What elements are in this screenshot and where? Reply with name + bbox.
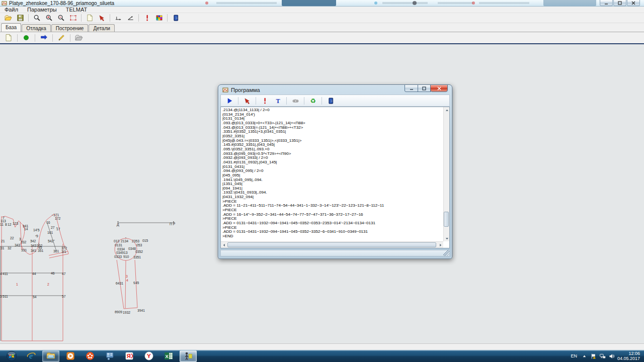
background-tab-ghost [374,2,377,5]
horizontal-scroll-thumb[interactable] [227,242,436,247]
toolbar-exit-door-button[interactable] [170,14,182,23]
tab-toolbar-pencil-button[interactable] [55,33,68,43]
program-exclamation-button[interactable] [258,96,271,106]
toolbar-separator [304,97,304,105]
resize-grip[interactable] [443,250,449,256]
grey-folder-icon [75,34,83,42]
taskbar-telmat-app-button[interactable] [180,350,197,362]
toolbar-open-folder-button[interactable] [2,14,14,23]
menu-item-1[interactable]: Файл [0,7,23,13]
taskbar-yandex-circle-button[interactable]: Y [140,350,157,362]
taskbar: eЯYX EN 12:06 04.05.2017 [0,350,644,362]
taskbar-ie-button[interactable]: e [23,350,40,362]
svg-text:♻: ♻ [310,97,315,105]
tab-toolbar-grey-folder-button[interactable] [72,33,86,43]
program-close-button[interactable] [430,84,448,92]
svg-text:T: T [276,97,280,104]
close-button[interactable] [627,0,640,6]
toolbar-separator [321,97,322,105]
maximize-button[interactable] [613,0,626,6]
toolbar-separator [238,97,238,105]
toolbar-red-arrow-button[interactable] [96,14,108,23]
toolbar-separator [28,14,29,22]
program-run-button[interactable] [223,96,236,106]
program-recycle-button[interactable]: ♻ [306,96,319,106]
red-arrow-icon [244,97,251,105]
toolbar-exclamation-button[interactable] [141,14,153,23]
toolbar-line-corner-button[interactable] [112,14,124,23]
line-diagonal-icon [127,14,134,22]
pattern-point-label: 2 [47,283,49,286]
scroll-up-arrow[interactable] [444,107,450,113]
excel-icon: X [164,351,174,361]
show-hidden-icons-arrow[interactable] [581,353,588,359]
pattern-point-label: 2353 [132,239,139,243]
program-code-text[interactable]: .2134.@|1134_1133| / 2=0(0134_2134_014')… [221,107,443,241]
program-window[interactable]: Программа T♻ .2134.@|1134_1133| / 2=0(01… [218,84,452,259]
zoom-icon [33,14,41,22]
toolbar-new-page-button[interactable] [84,14,96,23]
toolbar-color-grid-button[interactable] [153,14,165,23]
scroll-right-arrow[interactable] [437,242,443,248]
action-center-flag-icon[interactable] [590,353,597,359]
vertical-scroll-thumb[interactable] [444,212,449,227]
yandex-sq-icon: Я [124,351,134,361]
horizontal-scrollbar[interactable] [221,241,443,248]
program-text-T-button[interactable]: T [271,96,284,106]
program-code-area[interactable]: .2134.@|1134_1133| / 2=0(0134_2134_014')… [220,107,450,248]
code-line: >END [222,234,443,239]
taskbar-wmp-button[interactable] [62,350,79,362]
menu-item-2[interactable]: Параметры [23,7,61,13]
tab-4[interactable]: Детали [89,24,114,32]
network-icon[interactable] [599,353,606,359]
toolbar-zoom-in-button[interactable] [43,14,55,23]
main-window-titlebar[interactable]: Platye_zhenskoe_170-88-96_priamogo_silue… [0,0,644,7]
tab-1[interactable]: База [1,23,21,32]
green-dot-icon [22,34,30,42]
taskbar-utility-button[interactable] [101,350,118,362]
taskbar-reel-button[interactable] [82,350,99,362]
scroll-down-arrow[interactable] [444,235,450,241]
program-exit-door-button[interactable] [324,96,337,106]
scroll-left-arrow[interactable] [221,242,227,248]
vertical-scrollbar[interactable] [443,107,449,241]
clock[interactable]: 12:06 04.05.2017 [617,351,642,361]
background-tab-ghost [543,0,596,6]
toolbar-separator [35,34,35,42]
toolbar-save-button[interactable] [14,14,26,23]
minimize-button[interactable] [600,0,613,6]
background-tab-ghost [472,2,475,5]
code-line: .ADD = 0131~0431~1932~094~1941~045~0352~… [222,221,443,226]
program-red-arrow-button[interactable] [240,96,254,106]
pattern-point-label: 511 [3,295,8,298]
tab-toolbar-new-page-button[interactable] [2,33,15,43]
program-ruler-button[interactable] [289,96,302,106]
zoom-out-icon [57,14,65,22]
reel-icon [85,351,95,361]
program-window-titlebar[interactable]: Программа [218,85,452,95]
taskbar-yandex-sq-button[interactable]: Я [121,350,138,362]
taskbar-explorer-button[interactable] [42,350,59,362]
pattern-point-label: 1941 [137,309,145,312]
toolbar-zoom-button[interactable] [31,14,43,23]
tab-3[interactable]: Построение [51,24,89,32]
taskbar-start-orb-button[interactable] [3,350,20,362]
language-indicator[interactable]: EN [569,353,579,358]
toolbar-selection-button[interactable] [67,14,79,23]
pattern-point-label: 0131 [115,243,122,247]
toolbar-zoom-out-button[interactable] [55,14,67,23]
pattern-point-label: 171 [53,213,59,217]
toolbar-line-diagonal-button[interactable] [124,14,136,23]
ruler-icon [292,97,299,105]
tab-2[interactable]: Отладка [22,24,51,32]
zoom-in-icon [45,14,53,22]
tab-toolbar-blue-flag-button[interactable] [37,33,50,43]
menu-item-3[interactable]: TELMAT [61,7,92,13]
recycle-icon: ♻ [309,97,317,105]
speaker-icon[interactable] [608,353,615,359]
taskbar-excel-button[interactable]: X [160,350,177,362]
pattern-point-label: 172 [55,217,61,220]
program-minimize-button[interactable] [405,84,418,92]
program-maximize-button[interactable] [418,84,431,92]
tab-toolbar-green-dot-button[interactable] [20,33,33,43]
